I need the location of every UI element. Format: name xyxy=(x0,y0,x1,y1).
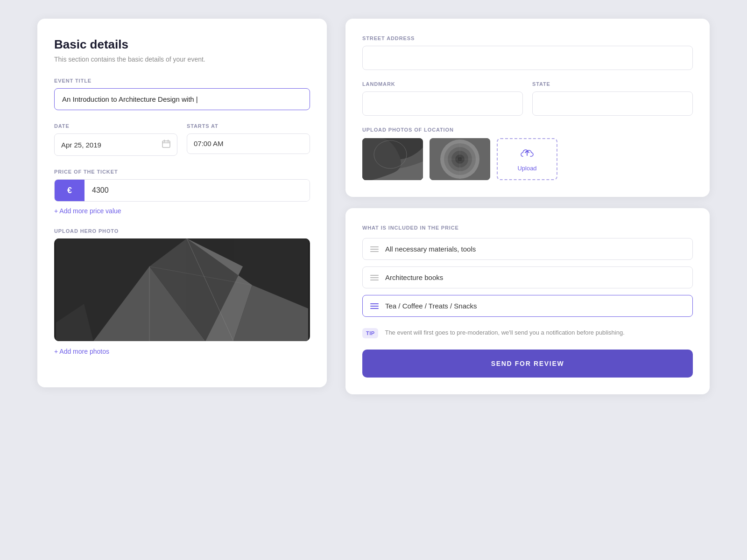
included-item-text-2: Architecture books xyxy=(385,273,685,281)
date-field: DATE xyxy=(54,123,177,156)
currency-badge: € xyxy=(55,180,85,201)
included-item-text-3: Tea / Coffee / Treats / Snacks xyxy=(385,302,685,310)
tip-badge: TIP xyxy=(362,328,378,338)
hero-photo-group: UPLOAD HERO PHOTO + Add more photos xyxy=(54,228,310,356)
calendar-icon xyxy=(162,140,170,150)
send-review-button[interactable]: SEND FOR REVIEW xyxy=(362,350,693,378)
right-top-panel: STREET ADDRESS LANDMARK STATE UPLOAD PHO… xyxy=(345,19,710,197)
upload-cloud-icon xyxy=(520,147,534,162)
location-photo-1 xyxy=(362,138,423,180)
included-list: All necessary materials, tools Architect… xyxy=(362,238,693,317)
street-address-group: STREET ADDRESS xyxy=(362,35,693,70)
time-field: STARTS AT xyxy=(187,123,310,156)
event-title-input[interactable] xyxy=(54,88,310,110)
landmark-label: LANDMARK xyxy=(362,81,523,87)
upload-photos-section: UPLOAD PHOTOS OF LOCATION xyxy=(362,127,693,180)
price-label: PRICE OF THE TICKET xyxy=(54,169,310,175)
hero-photo xyxy=(54,238,310,341)
street-address-label: STREET ADDRESS xyxy=(362,35,693,41)
svg-rect-0 xyxy=(162,141,170,147)
section-subtitle: This section contains the basic details … xyxy=(54,56,310,63)
date-input[interactable] xyxy=(61,141,162,149)
upload-photos-label: UPLOAD PHOTOS OF LOCATION xyxy=(362,127,693,133)
event-title-group: EVENT TITLE xyxy=(54,78,310,110)
left-panel: Basic details This section contains the … xyxy=(37,19,327,387)
state-group: STATE xyxy=(532,81,693,116)
tip-box: TIP The event will first goes to pre-mod… xyxy=(362,328,693,338)
time-input-wrapper[interactable] xyxy=(187,133,310,154)
photos-row: Upload xyxy=(362,138,693,180)
included-item-text-1: All necessary materials, tools xyxy=(385,245,685,253)
date-time-row: DATE STARTS AT xyxy=(54,123,310,156)
price-input[interactable] xyxy=(85,180,310,201)
street-address-input[interactable] xyxy=(362,46,693,70)
add-photos-link[interactable]: + Add more photos xyxy=(54,348,109,355)
landmark-state-row: LANDMARK STATE xyxy=(362,81,693,116)
date-label: DATE xyxy=(54,123,177,129)
tip-text: The event will first goes to pre-moderat… xyxy=(385,328,624,338)
drag-handle-3 xyxy=(370,303,379,309)
landmark-input[interactable] xyxy=(362,91,523,116)
add-price-link[interactable]: + Add more price value xyxy=(54,207,121,215)
upload-hero-label: UPLOAD HERO PHOTO xyxy=(54,228,310,234)
included-item-1[interactable]: All necessary materials, tools xyxy=(362,238,693,260)
included-item-2[interactable]: Architecture books xyxy=(362,266,693,288)
state-input[interactable] xyxy=(532,91,693,116)
drag-handle-1 xyxy=(370,246,379,252)
included-section-label: WHAT IS INCLUDED IN THE PRICE xyxy=(362,225,693,231)
right-bottom-panel: WHAT IS INCLUDED IN THE PRICE All necess… xyxy=(345,208,710,394)
included-item-3[interactable]: Tea / Coffee / Treats / Snacks xyxy=(362,295,693,317)
event-title-label: EVENT TITLE xyxy=(54,78,310,84)
price-input-wrapper: € xyxy=(54,179,310,202)
upload-label: Upload xyxy=(517,165,536,172)
price-group: PRICE OF THE TICKET € + Add more price v… xyxy=(54,169,310,215)
state-label: STATE xyxy=(532,81,693,87)
right-column: STREET ADDRESS LANDMARK STATE UPLOAD PHO… xyxy=(345,19,710,394)
date-input-wrapper[interactable] xyxy=(54,133,177,156)
upload-button[interactable]: Upload xyxy=(497,138,557,180)
landmark-group: LANDMARK xyxy=(362,81,523,116)
section-title: Basic details xyxy=(54,37,310,52)
drag-handle-2 xyxy=(370,275,379,280)
time-input[interactable] xyxy=(194,140,303,147)
starts-at-label: STARTS AT xyxy=(187,123,310,129)
location-photo-2 xyxy=(430,138,490,180)
